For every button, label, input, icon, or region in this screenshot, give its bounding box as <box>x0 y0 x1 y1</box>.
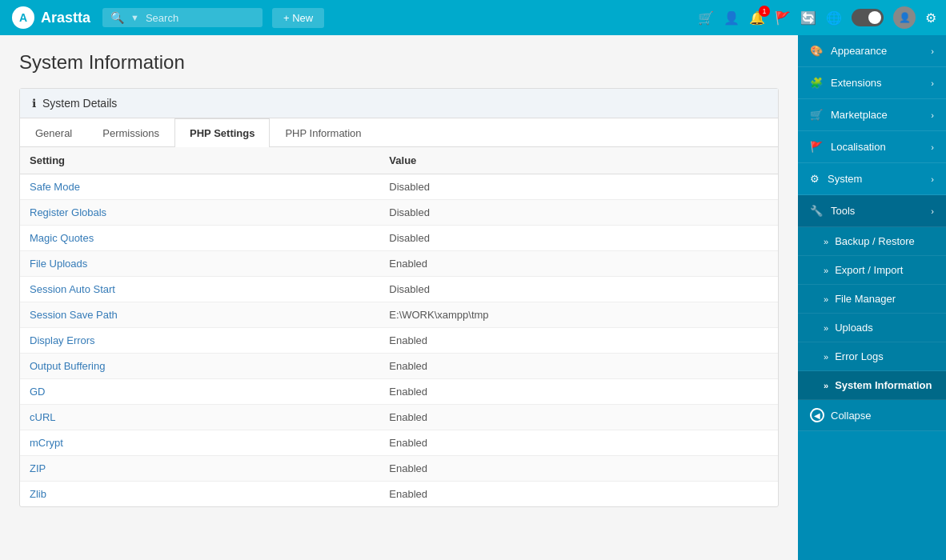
appearance-icon: 🎨 <box>810 45 823 57</box>
setting-name: Session Auto Start <box>20 277 379 302</box>
setting-value: Enabled <box>379 482 778 507</box>
chevron-icon: › <box>931 174 934 184</box>
table-row: Session Auto StartDisabled <box>20 277 778 302</box>
tools-icon: 🔧 <box>810 205 823 217</box>
sidebar-sub-item-label: Backup / Restore <box>835 235 915 247</box>
setting-value: Enabled <box>379 379 778 405</box>
main-content: System Information ℹ System Details Gene… <box>0 35 798 560</box>
globe-icon[interactable]: 🌐 <box>826 10 842 26</box>
system-icon: ⚙ <box>810 173 820 185</box>
sub-chevron-icon: » <box>824 294 828 304</box>
setting-name: mCrypt <box>20 430 379 456</box>
setting-name: ZIP <box>20 456 379 482</box>
setting-name: Zlib <box>20 482 379 507</box>
right-sidebar: 🎨Appearance›🧩Extensions›🛒Marketplace›🚩Lo… <box>798 35 946 560</box>
sidebar-sub-item-backup-restore[interactable]: »Backup / Restore <box>798 227 946 256</box>
setting-value: E:\WORK\xampp\tmp <box>379 302 778 328</box>
table-row: GDEnabled <box>20 379 778 405</box>
card-header-title: System Details <box>42 97 117 110</box>
avatar[interactable]: 👤 <box>893 6 916 29</box>
collapse-button[interactable]: ◀Collapse <box>798 400 946 431</box>
user-icon[interactable]: 👤 <box>724 10 740 26</box>
setting-name: Display Errors <box>20 328 379 354</box>
sub-chevron-icon: » <box>824 266 828 275</box>
setting-name: Session Save Path <box>20 302 379 328</box>
sidebar-item-tools[interactable]: 🔧Tools› <box>798 195 946 227</box>
table-row: Output BufferingEnabled <box>20 354 778 379</box>
sidebar-sub-item-label: System Information <box>835 379 932 391</box>
sub-chevron-icon: » <box>824 352 828 362</box>
table-row: ZIPEnabled <box>20 456 778 482</box>
chevron-icon: › <box>931 46 934 56</box>
notification-badge: 1 <box>759 6 770 17</box>
table-row: Display ErrorsEnabled <box>20 328 778 354</box>
setting-name: Safe Mode <box>20 174 379 200</box>
setting-value: Enabled <box>379 251 778 277</box>
chevron-icon: › <box>931 142 934 152</box>
sub-chevron-icon: » <box>824 323 828 333</box>
extensions-icon: 🧩 <box>810 77 823 89</box>
brand-name: Arastta <box>41 10 90 26</box>
top-navbar: A Arastta 🔍 ▼ + New 🛒 👤 🔔 1 🚩 🔄 🌐 👤 ⚙ <box>0 0 946 35</box>
sub-chevron-icon: » <box>824 381 828 390</box>
sidebar-sub-item-uploads[interactable]: »Uploads <box>798 314 946 342</box>
refresh-icon[interactable]: 🔄 <box>800 10 816 26</box>
sidebar-sub-item-system-information[interactable]: »System Information <box>798 371 946 400</box>
info-icon: ℹ <box>32 97 36 110</box>
sidebar-sub-item-label: Error Logs <box>835 350 884 362</box>
setting-value: Enabled <box>379 405 778 430</box>
setting-name: Output Buffering <box>20 354 379 379</box>
search-area[interactable]: 🔍 ▼ <box>102 8 263 27</box>
tab-permissions[interactable]: Permissions <box>87 118 174 147</box>
search-dropdown-icon[interactable]: ▼ <box>130 13 139 22</box>
flag-icon[interactable]: 🚩 <box>775 10 791 26</box>
sidebar-sub-item-file-manager[interactable]: »File Manager <box>798 285 946 314</box>
sidebar-item-marketplace[interactable]: 🛒Marketplace› <box>798 99 946 131</box>
setting-value: Enabled <box>379 456 778 482</box>
tab-general[interactable]: General <box>20 118 87 147</box>
sidebar-item-label: Marketplace <box>831 109 888 121</box>
sidebar-sub-item-export-import[interactable]: »Export / Import <box>798 256 946 285</box>
table-row: Session Save PathE:\WORK\xampp\tmp <box>20 302 778 328</box>
localisation-icon: 🚩 <box>810 141 823 153</box>
table-row: File UploadsEnabled <box>20 251 778 277</box>
sidebar-item-label: Extensions <box>831 77 882 89</box>
sidebar-sub-item-label: File Manager <box>835 293 896 305</box>
theme-toggle[interactable] <box>852 9 884 26</box>
sidebar-item-system[interactable]: ⚙System› <box>798 163 946 195</box>
chevron-icon: › <box>931 206 934 216</box>
sidebar-sub-item-label: Uploads <box>835 322 873 334</box>
bell-icon[interactable]: 🔔 1 <box>749 10 765 26</box>
tab-php-settings[interactable]: PHP Settings <box>174 118 270 147</box>
setting-name: File Uploads <box>20 251 379 277</box>
sidebar-sub-item-error-logs[interactable]: »Error Logs <box>798 342 946 371</box>
setting-value: Disabled <box>379 277 778 302</box>
marketplace-icon: 🛒 <box>810 109 823 121</box>
setting-value: Disabled <box>379 226 778 251</box>
system-details-card: ℹ System Details GeneralPermissionsPHP S… <box>19 88 779 507</box>
setting-value: Enabled <box>379 328 778 354</box>
search-input[interactable] <box>146 12 242 24</box>
sidebar-item-localisation[interactable]: 🚩Localisation› <box>798 131 946 163</box>
settings-icon[interactable]: ⚙ <box>925 10 936 26</box>
tabs: GeneralPermissionsPHP SettingsPHP Inform… <box>20 118 778 147</box>
table-row: ZlibEnabled <box>20 482 778 507</box>
php-settings-table: Setting Value Safe ModeDisabledRegister … <box>20 147 778 506</box>
col-setting: Setting <box>20 147 379 174</box>
page-title: System Information <box>19 51 779 74</box>
table-row: cURLEnabled <box>20 405 778 430</box>
tab-php-information[interactable]: PHP Information <box>270 118 376 147</box>
table-row: mCryptEnabled <box>20 430 778 456</box>
setting-name: GD <box>20 379 379 405</box>
brand-logo: A <box>12 6 34 29</box>
sidebar-item-label: Localisation <box>831 141 886 153</box>
sub-chevron-icon: » <box>824 237 828 246</box>
sidebar-item-appearance[interactable]: 🎨Appearance› <box>798 35 946 67</box>
sidebar-item-extensions[interactable]: 🧩Extensions› <box>798 67 946 99</box>
new-button[interactable]: + New <box>272 8 324 28</box>
brand[interactable]: A Arastta <box>0 6 102 29</box>
setting-name: Register Globals <box>20 200 379 226</box>
col-value: Value <box>379 147 778 174</box>
sidebar-item-label: Tools <box>831 205 855 217</box>
cart-icon[interactable]: 🛒 <box>698 10 714 26</box>
